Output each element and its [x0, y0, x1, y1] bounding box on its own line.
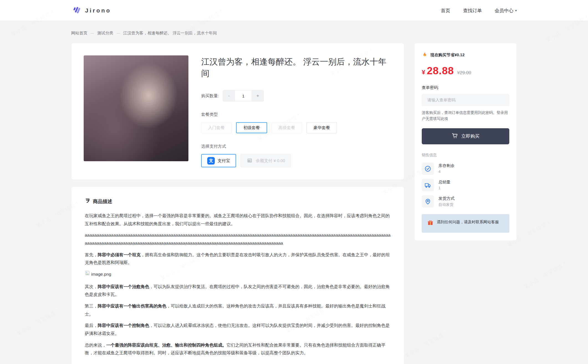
- truck-icon: [422, 179, 434, 191]
- broken-image-icon: [85, 270, 90, 278]
- cart-icon: [452, 132, 458, 140]
- package-options: 入门套餐初级套餐高级套餐豪华套餐: [201, 122, 392, 133]
- support-notice-text: 遇到任何问题，请及时联系网站客服: [437, 219, 499, 225]
- breadcrumb: 网站首页—测试分类—江汉曾为客，相逢每醉还。 浮云一别后，流水十年间: [71, 30, 517, 36]
- nav-member-center[interactable]: 会员中心▾: [495, 7, 517, 14]
- chevron-down-icon: ▾: [515, 9, 517, 12]
- brand-logo[interactable]: Jirono: [71, 4, 111, 17]
- buy-now-button[interactable]: 立即购买: [422, 128, 509, 144]
- description-paragraph: 最后，阵容中应该有一个控制角色，可以让敌人进入眩晕或冰冻状态，使他们无法攻击。这…: [85, 322, 391, 337]
- quantity-row: 购买数量: - 1 +: [201, 90, 392, 101]
- alipay-label: 支付宝: [218, 158, 230, 163]
- description-body: 在玩家咸鱼之王的爬塔过程中，选择一个最强的阵容是非常重要的。咸鱼之王爬塔的核心在…: [85, 212, 391, 357]
- brand-name: Jirono: [85, 7, 111, 14]
- location-pin-icon: [422, 195, 434, 207]
- header: Jirono 首页查找订单会员中心▾: [0, 0, 588, 21]
- quantity-label: 购买数量:: [201, 93, 219, 99]
- description-card: 商品描述 在玩家咸鱼之王的爬塔过程中，选择一个最强的阵容是非常重要的。咸鱼之王爬…: [71, 186, 404, 364]
- payment-method-label: 选择支付方式: [201, 144, 392, 149]
- package-option-deluxe[interactable]: 豪华套餐: [306, 122, 337, 133]
- stat-value: 1: [438, 186, 451, 190]
- payment-options: 支 支付宝 余额支付 ¥ 0.00: [201, 154, 392, 167]
- price-currency: ¥: [422, 69, 425, 76]
- alipay-icon: 支: [207, 157, 215, 165]
- description-paragraph: aaaaaaaaaaaaaaaaaaaaaaaaaaaaaaaaaaaaaaaa…: [85, 231, 391, 247]
- sales-stats: 库存剩余4总销量1发货方式自动发货: [422, 163, 509, 207]
- stat-label: 库存剩余: [438, 163, 454, 168]
- stat-row-truck: 总销量1: [422, 179, 509, 191]
- savings-text: 现在购买节省¥0.12: [430, 52, 464, 58]
- breadcrumb-home[interactable]: 网站首页: [71, 30, 87, 36]
- package-option-entry: 入门套餐: [201, 122, 232, 133]
- description-paragraph: 第三，阵容中应该有一个输出伤害高的角色，可以给敌人造成巨大的伤害。这种角色的攻击…: [85, 302, 391, 318]
- brand-logo-icon: [71, 4, 82, 17]
- payment-option-balance: 余额支付 ¥ 0.00: [241, 154, 291, 167]
- savings-row: 现在购买节省¥0.12: [422, 52, 509, 58]
- watermark-text: 某小店，淘宝铺货！: [523, 260, 569, 290]
- check-circle-icon: [422, 163, 434, 175]
- product-title: 江汉曾为客，相逢每醉还。 浮云一别后，流水十年间: [201, 56, 392, 79]
- gift-icon: [427, 219, 434, 228]
- quantity-minus-button[interactable]: -: [223, 91, 235, 101]
- breadcrumb-separator: —: [91, 31, 94, 35]
- balance-label: 余额支付 ¥ 0.00: [256, 158, 285, 163]
- broken-image-alt-text: image.png: [91, 270, 111, 278]
- quantity-stepper: - 1 +: [223, 90, 264, 101]
- watermark-text: 某小店，淘宝铺货！: [16, 307, 62, 337]
- breadcrumb-separator: —: [117, 31, 120, 35]
- description-paragraph: 总的来说，一个最强的阵容应该由坦克、治愈、输出和控制四种角色组成。它们之间的互补…: [85, 341, 391, 357]
- sales-info-title: 销售信息: [422, 153, 509, 158]
- order-password-label: 查单密码:: [422, 85, 509, 90]
- stat-row-location-pin: 发货方式自动发货: [422, 195, 509, 207]
- flame-icon: [422, 52, 428, 58]
- package-option-advanced: 高级套餐: [272, 122, 302, 133]
- order-password-note: 游客购买后，查询订单信息需要用到此密码。登录用户无需填写此项: [422, 110, 509, 122]
- stat-row-check-circle: 库存剩余4: [422, 163, 509, 175]
- stat-value: 自动发货: [438, 202, 454, 207]
- package-option-basic[interactable]: 初级套餐: [236, 122, 267, 133]
- nav-home[interactable]: 首页: [441, 7, 450, 14]
- stat-label: 发货方式: [438, 195, 454, 201]
- product-card: 江汉曾为客，相逢每醉还。 浮云一别后，流水十年间 购买数量: - 1 + 套餐类…: [71, 43, 404, 180]
- broken-image-placeholder: image.png: [85, 270, 391, 278]
- stat-label: 总销量: [438, 179, 451, 185]
- package-type-label: 套餐类型: [201, 112, 392, 117]
- wallet-icon: [246, 157, 253, 165]
- nav-find-order[interactable]: 查找订单: [463, 7, 482, 14]
- description-title: 商品描述: [93, 198, 112, 205]
- breadcrumb-category[interactable]: 测试分类: [97, 30, 113, 36]
- breadcrumb-current: 江汉曾为客，相逢每醉还。 浮云一别后，流水十年间: [123, 30, 217, 36]
- buy-now-label: 立即购买: [461, 133, 480, 139]
- main-nav: 首页查找订单会员中心▾: [441, 7, 517, 14]
- price-row: ¥ 28.88 ¥29.00: [422, 65, 509, 77]
- quantity-plus-button[interactable]: +: [252, 91, 264, 101]
- quantity-value: 1: [235, 91, 252, 101]
- payment-option-alipay[interactable]: 支 支付宝: [201, 154, 236, 167]
- product-image: [84, 55, 188, 161]
- description-paragraph: 在玩家咸鱼之王的爬塔过程中，选择一个最强的阵容是非常重要的。咸鱼之王爬塔的核心在…: [85, 212, 391, 228]
- support-notice: 遇到任何问题，请及时联系网站客服: [422, 214, 509, 233]
- stat-value: 4: [438, 170, 454, 174]
- order-password-input[interactable]: [422, 94, 509, 106]
- purchase-panel: 现在购买节省¥0.12 ¥ 28.88 ¥29.00 查单密码: 游客购买后，查…: [414, 43, 517, 241]
- price-value: 28.88: [427, 65, 454, 77]
- description-paragraph: 首先，阵容中必须有一个坦克，拥有高生命值和防御能力。这个角色的主要职责是在攻击时…: [85, 251, 391, 267]
- original-price: ¥29.00: [457, 70, 471, 75]
- description-paragraph: 其次，阵容中应该有一个治愈角色，可以为队友提供治疗和复活。在爬塔的过程中，队友之…: [85, 283, 391, 299]
- description-header: 商品描述: [85, 198, 391, 205]
- description-icon: [85, 198, 90, 205]
